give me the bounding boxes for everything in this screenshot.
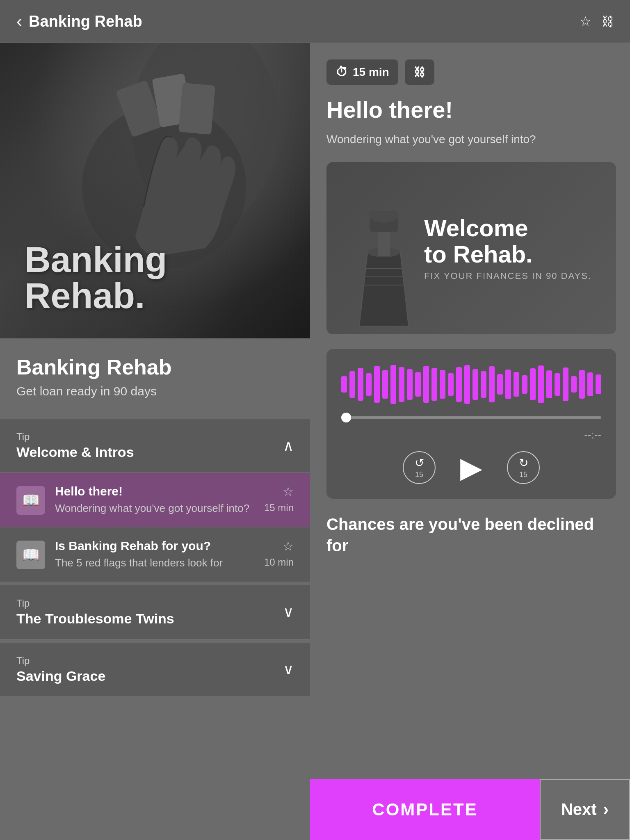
complete-button[interactable]: COMPLETE	[310, 779, 540, 840]
content-badges: ⏱ 15 min ⛓	[326, 59, 616, 85]
wave-bar	[399, 367, 404, 402]
svg-rect-4	[178, 83, 215, 135]
lesson-duration-1: 15 min	[264, 502, 294, 514]
progress-bar[interactable]	[341, 416, 601, 419]
wave-bar	[423, 366, 429, 403]
wave-bar	[349, 371, 355, 398]
section-title-welcome: Welcome & Intros	[16, 444, 134, 460]
wave-bar	[563, 368, 568, 401]
bottom-spacer	[326, 571, 616, 637]
back-arrow-icon: ‹	[16, 11, 22, 31]
wave-bar	[390, 365, 396, 404]
duration-text: 15 min	[353, 66, 389, 79]
course-subtitle: Get loan ready in 90 days	[16, 384, 294, 398]
wave-bar	[555, 373, 560, 396]
rehab-fix-text: FIX YOUR FINANCES IN 90 DAYS.	[424, 271, 591, 281]
favorite-button[interactable]: ☆	[580, 14, 591, 29]
rehab-image: Welcome to Rehab. FIX YOUR FINANCES IN 9…	[326, 162, 616, 334]
wave-bar	[596, 374, 601, 394]
book-icon-2: 📖	[22, 546, 40, 564]
lesson-item[interactable]: 📖 Is Banking Rehab for you? The 5 red fl…	[0, 527, 310, 582]
wave-bar	[530, 368, 536, 400]
play-icon: ▶	[460, 452, 482, 484]
wave-bar	[415, 372, 421, 397]
wave-bar	[366, 373, 372, 396]
wave-bar	[341, 376, 347, 393]
cup-illustration	[343, 211, 425, 334]
lesson-desc-2: The 5 red flags that lenders look for	[55, 556, 254, 570]
wave-bar	[374, 366, 380, 403]
wave-bar	[481, 371, 486, 398]
waveform	[341, 364, 601, 405]
lesson-meta-2: ☆ 10 min	[264, 539, 294, 568]
article-title: Hello there!	[326, 96, 616, 123]
lesson-desc-1: Wondering what you've got yourself into?	[55, 502, 254, 516]
wave-bar	[358, 368, 363, 401]
wave-bar	[522, 375, 527, 394]
book-icon-1: 📖	[22, 492, 40, 509]
bottom-actions: COMPLETE Next ›	[310, 779, 630, 840]
skip-back-button[interactable]: ↺ 15	[403, 451, 436, 484]
course-image-background: Banking Rehab.	[0, 43, 310, 338]
progress-knob[interactable]	[341, 413, 351, 422]
wave-bar	[464, 365, 470, 404]
header-icons: ☆ ⛓	[580, 14, 614, 29]
course-title: Banking Rehab	[16, 355, 294, 379]
next-label: Next	[561, 800, 597, 819]
accordion-header-saving[interactable]: Tip Saving Grace ∨	[0, 643, 310, 697]
rehab-welcome-line1: Welcome	[424, 215, 528, 241]
header-left: ‹ Banking Rehab	[16, 11, 142, 31]
rehab-text-block: Welcome to Rehab. FIX YOUR FINANCES IN 9…	[424, 215, 591, 281]
wave-bar	[489, 366, 495, 402]
share-button[interactable]: ⛓	[601, 14, 614, 29]
rehab-welcome-line2: to Rehab.	[424, 241, 532, 267]
accordion-header-text-saving: Tip Saving Grace	[16, 655, 105, 684]
accordion: Tip Welcome & Intros ∧ 📖 Hello there! Wo…	[0, 419, 310, 697]
next-arrow-icon: ›	[603, 800, 609, 819]
skip-forward-icon: ↻	[519, 456, 528, 470]
chevron-down-icon-twins: ∨	[283, 603, 294, 621]
accordion-header-text-welcome: Tip Welcome & Intros	[16, 431, 134, 460]
wave-bar	[431, 368, 437, 401]
lesson-title-2: Is Banking Rehab for you?	[55, 539, 254, 553]
wave-bar	[472, 369, 478, 400]
rehab-image-background: Welcome to Rehab. FIX YOUR FINANCES IN 9…	[326, 162, 616, 334]
back-button[interactable]: ‹	[16, 11, 22, 31]
accordion-section-twins: Tip The Troublesome Twins ∨	[0, 585, 310, 639]
next-button[interactable]: Next ›	[540, 779, 630, 840]
skip-forward-button[interactable]: ↻ 15	[507, 451, 540, 484]
wave-bar	[505, 370, 511, 399]
wave-bar	[497, 374, 503, 395]
duration-badge: ⏱ 15 min	[326, 59, 398, 85]
accordion-header-welcome[interactable]: Tip Welcome & Intros ∧	[0, 419, 310, 473]
time-display: --:--	[341, 429, 601, 441]
accordion-section-welcome: Tip Welcome & Intros ∧ 📖 Hello there! Wo…	[0, 419, 310, 582]
lesson-info-2: Is Banking Rehab for you? The 5 red flag…	[55, 539, 254, 570]
course-image: Banking Rehab.	[0, 43, 310, 338]
accordion-header-twins[interactable]: Tip The Troublesome Twins ∨	[0, 585, 310, 639]
course-image-text-overlay: Banking Rehab.	[25, 242, 167, 314]
lesson-meta-1: ☆ 15 min	[264, 484, 294, 514]
link-icon: ⛓	[601, 15, 614, 28]
accordion-header-text-twins: Tip The Troublesome Twins	[16, 598, 174, 627]
right-column: ⏱ 15 min ⛓ Hello there! Wondering what y…	[310, 43, 630, 697]
tip-label-saving: Tip	[16, 655, 105, 667]
tip-label-welcome: Tip	[16, 431, 134, 443]
section-title-saving: Saving Grace	[16, 668, 105, 684]
link-badge[interactable]: ⛓	[405, 59, 434, 85]
lesson-item[interactable]: 📖 Hello there! Wondering what you've got…	[0, 473, 310, 527]
lesson-icon-2: 📖	[16, 541, 45, 569]
lesson-favorite-button-1[interactable]: ☆	[283, 484, 294, 499]
article-intro: Wondering what you've got yourself into?	[326, 131, 616, 147]
skip-back-label: 15	[415, 470, 423, 479]
audio-player: --:-- ↺ 15 ▶ ↻ 15	[326, 349, 616, 499]
lesson-favorite-button-2[interactable]: ☆	[283, 539, 294, 553]
wave-bar	[587, 372, 593, 396]
chevron-down-icon-saving: ∨	[283, 661, 294, 678]
lesson-info-1: Hello there! Wondering what you've got y…	[55, 484, 254, 516]
player-controls: ↺ 15 ▶ ↻ 15	[341, 451, 601, 484]
wave-bar	[546, 370, 552, 398]
wave-bar	[514, 372, 519, 397]
play-button[interactable]: ▶	[460, 453, 482, 482]
wave-bar	[407, 369, 413, 400]
